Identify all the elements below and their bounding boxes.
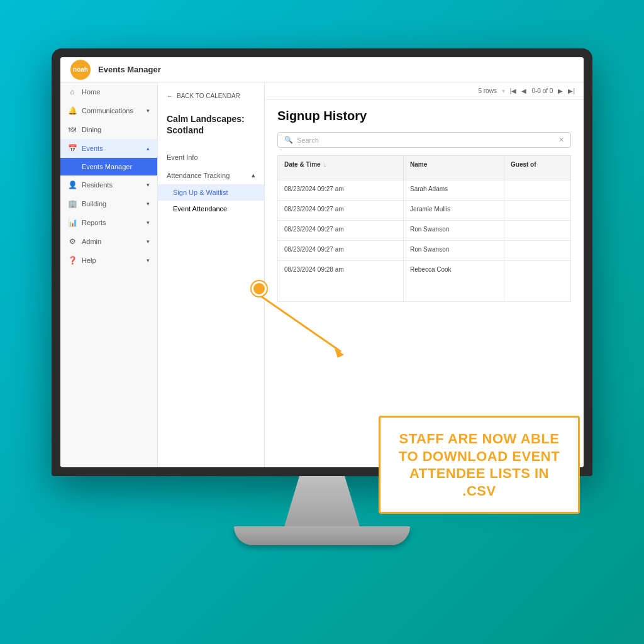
main-content: 5 rows ▾ |◀ ◀ 0-0 of 0 ▶ ▶| Signup Histo… <box>265 82 584 467</box>
attendance-tracking-menu-item[interactable]: Attendance Tracking ▴ <box>158 166 264 184</box>
chevron-down-icon-help: ▾ <box>147 257 150 264</box>
cell-guest-3 <box>504 221 584 240</box>
table-row: 08/23/2024 09:27 am Sarah Adams 📅 Regist… <box>277 180 571 200</box>
chevron-down-icon-residents: ▾ <box>147 182 150 188</box>
reports-icon: 📊 <box>68 218 77 227</box>
app-body: ⌂ Home 🔔 Communications ▾ 🍽 Dining 📅 <box>60 82 584 467</box>
sort-icon-date: ↓ <box>323 162 326 168</box>
cell-name-2: Jeramie Mullis <box>404 201 504 220</box>
table-header: Date & Time ↓ Name Guest of <box>277 155 571 180</box>
events-icon: 📅 <box>68 144 77 153</box>
sidebar-item-building[interactable]: 🏢 Building ▾ <box>60 194 157 213</box>
cell-name-4: Ron Swanson <box>404 241 504 260</box>
chevron-up-icon: ▴ <box>147 145 150 152</box>
cell-date-5: 08/23/2024 09:28 am <box>278 261 404 301</box>
chevron-down-icon-reports: ▾ <box>147 219 150 226</box>
pagination-next-icon[interactable]: ▶ <box>558 87 563 94</box>
sidebar-item-home[interactable]: ⌂ Home <box>60 82 157 101</box>
cell-name-3: Ron Swanson <box>404 221 504 240</box>
cell-name-1: Sarah Adams <box>404 180 504 200</box>
col-date-time[interactable]: Date & Time ↓ <box>278 156 404 180</box>
pagination-prev-icon[interactable]: ◀ <box>521 87 526 94</box>
cell-date-2: 08/23/2024 09:27 am <box>278 201 404 220</box>
annotation-pointer <box>252 281 267 296</box>
building-icon: 🏢 <box>68 199 77 208</box>
dining-icon: 🍽 <box>68 125 77 134</box>
cell-guest-2 <box>504 201 584 220</box>
back-arrow-icon: ← <box>167 92 173 99</box>
monitor-screen: noah Events Manager ⌂ Home 🔔 Communicati… <box>60 57 584 467</box>
sidebar-item-admin[interactable]: ⚙ Admin ▾ <box>60 232 157 251</box>
monitor-stand-base <box>234 526 410 545</box>
table-row: 08/23/2024 09:27 am Ron Swanson ⊘ Cancel… <box>277 240 571 260</box>
sidebar-item-residents-label: Residents <box>82 181 113 189</box>
help-icon: ❓ <box>68 256 77 265</box>
callout-annotation: STAFF ARE NOW ABLE TO DOWNLOAD EVENT ATT… <box>379 416 580 514</box>
home-icon: ⌂ <box>68 87 77 96</box>
sidebar-item-help[interactable]: ❓ Help ▾ <box>60 251 157 270</box>
event-info-label: Event Info <box>167 153 198 161</box>
sign-up-waitlist-menu-item[interactable]: Sign Up & Waitlist <box>158 184 264 201</box>
search-icon: 🔍 <box>284 136 293 144</box>
sidebar-item-events-label: Events <box>82 145 103 152</box>
table-row: 08/23/2024 09:27 am Jeramie Mullis 📅 Reg… <box>277 200 571 220</box>
monitor-wrapper: noah Events Manager ⌂ Home 🔔 Communicati… <box>52 48 592 596</box>
page-title: Signup History <box>277 109 571 123</box>
attendance-tracking-label: Attendance Tracking <box>167 172 230 179</box>
cell-guest-1 <box>504 180 584 200</box>
event-title: Calm Landscapes: Scotland <box>158 108 264 141</box>
cell-guest-5 <box>504 261 584 301</box>
sidebar-item-events-manager-label: Events Manager <box>82 163 132 170</box>
sidebar-item-reports-label: Reports <box>82 219 106 226</box>
event-attendance-label: Event Attendance <box>173 205 227 213</box>
search-placeholder: Search <box>297 136 319 144</box>
sidebar-item-events-manager[interactable]: Events Manager <box>60 158 157 175</box>
callout-text: STAFF ARE NOW ABLE TO DOWNLOAD EVENT ATT… <box>398 430 560 499</box>
residents-icon: 👤 <box>68 180 77 189</box>
sidebar-item-admin-label: Admin <box>82 238 101 245</box>
sign-up-waitlist-label: Sign Up & Waitlist <box>173 189 228 196</box>
sidebar-item-residents[interactable]: 👤 Residents ▾ <box>60 175 157 194</box>
chevron-down-icon-admin: ▾ <box>147 238 150 245</box>
table-row: 08/23/2024 09:28 am Rebecca Cook 🔔 Last … <box>277 260 571 302</box>
sidebar-item-communications-label: Communications <box>82 107 133 114</box>
admin-icon: ⚙ <box>68 237 77 246</box>
pagination-first-icon[interactable]: |◀ <box>510 87 517 94</box>
monitor-body: noah Events Manager ⌂ Home 🔔 Communicati… <box>52 48 592 476</box>
app-logo: noah <box>70 60 91 80</box>
col-name[interactable]: Name <box>404 156 504 180</box>
sidebar-item-events[interactable]: 📅 Events ▴ <box>60 139 157 158</box>
monitor-stand-neck <box>284 476 360 526</box>
sidebar-item-building-label: Building <box>82 200 106 208</box>
sidebar-item-dining-label: Dining <box>82 126 101 133</box>
app-title-label: Events Manager <box>98 65 161 74</box>
search-clear-icon: ✕ <box>558 136 564 144</box>
rows-label: 5 rows <box>478 87 496 94</box>
data-table: Date & Time ↓ Name Guest of <box>277 155 571 302</box>
table-row: 08/23/2024 09:27 am Ron Swanson 📅 Regist… <box>277 220 571 240</box>
left-panel: ← BACK TO CALENDAR Calm Landscapes: Scot… <box>158 82 265 467</box>
main-inner: Signup History 🔍 Search ✕ Date & Time ↓ <box>265 100 584 311</box>
cell-date-1: 08/23/2024 09:27 am <box>278 180 404 200</box>
search-bar[interactable]: 🔍 Search ✕ <box>277 132 571 148</box>
communications-icon: 🔔 <box>68 106 77 115</box>
main-toolbar: 5 rows ▾ |◀ ◀ 0-0 of 0 ▶ ▶| <box>265 82 584 100</box>
back-to-calendar-button[interactable]: ← BACK TO CALENDAR <box>158 89 264 103</box>
chevron-down-icon: ▾ <box>147 108 150 114</box>
sidebar: ⌂ Home 🔔 Communications ▾ 🍽 Dining 📅 <box>60 82 158 467</box>
pagination-info: 0-0 of 0 <box>531 87 553 94</box>
sidebar-item-help-label: Help <box>82 257 96 264</box>
sidebar-item-communications[interactable]: 🔔 Communications ▾ <box>60 101 157 120</box>
cell-date-4: 08/23/2024 09:27 am <box>278 241 404 260</box>
pagination-last-icon[interactable]: ▶| <box>568 87 575 94</box>
toolbar-separator: ▾ <box>502 87 505 94</box>
col-guest-of[interactable]: Guest of <box>504 156 584 180</box>
back-to-calendar-label: BACK TO CALENDAR <box>177 92 240 99</box>
event-attendance-menu-item[interactable]: Event Attendance <box>158 201 264 217</box>
sidebar-item-reports[interactable]: 📊 Reports ▾ <box>60 213 157 232</box>
chevron-up-icon-attendance: ▴ <box>252 171 255 179</box>
cell-name-5: Rebecca Cook <box>404 261 504 301</box>
chevron-down-icon-building: ▾ <box>147 201 150 207</box>
sidebar-item-dining[interactable]: 🍽 Dining <box>60 120 157 139</box>
event-info-menu-item[interactable]: Event Info <box>158 148 264 166</box>
